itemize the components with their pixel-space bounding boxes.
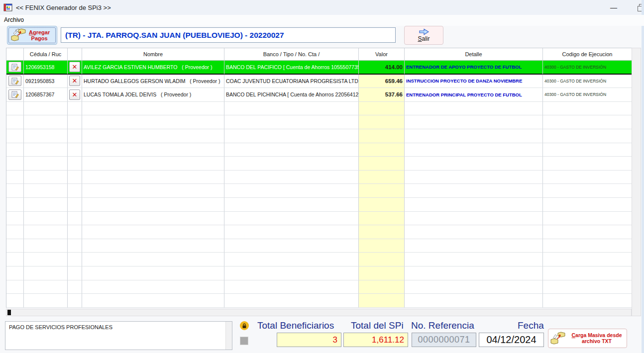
- row-cell-cedula[interactable]: 0921950853: [24, 75, 68, 88]
- grid-horizontal-scrollbar-thumb[interactable]: [7, 310, 11, 315]
- empty-cell: [359, 225, 405, 239]
- row-cell-nombre[interactable]: HURTADO GALLEGOS GERSON WLADIM ( Proveed…: [82, 75, 224, 88]
- column-header: Cédula / Ruc: [24, 48, 68, 61]
- empty-cell: [405, 157, 543, 171]
- row-cell-cedula[interactable]: 1206953158: [24, 61, 68, 75]
- total-spi-value: 1,611.12: [343, 333, 408, 347]
- menu-archivo[interactable]: Archivo: [4, 16, 24, 23]
- empty-cell: [224, 143, 359, 157]
- empty-cell: [68, 102, 82, 116]
- empty-cell: [6, 143, 24, 157]
- concept-scrollbar[interactable]: [225, 322, 232, 350]
- empty-cell: [405, 225, 543, 239]
- row-cell-codigo[interactable]: 40300 - GASTO DE INVERSIÓN: [543, 88, 632, 102]
- empty-cell: [82, 115, 224, 129]
- row-cell-valor[interactable]: 537.66: [359, 88, 405, 102]
- empty-cell: [24, 129, 68, 143]
- row-edit-button[interactable]: [8, 62, 21, 72]
- empty-cell: [24, 225, 68, 239]
- empty-cell: [6, 157, 24, 171]
- add-payments-button[interactable]: Agregar Pagos: [7, 26, 57, 45]
- window-edge: [642, 0, 644, 353]
- empty-cell: [543, 129, 632, 143]
- empty-cell: [82, 225, 224, 239]
- total-beneficiarios-value: 3: [277, 333, 341, 347]
- empty-cell: [24, 280, 68, 294]
- row-edit-button[interactable]: [8, 89, 21, 100]
- empty-cell: [405, 129, 543, 143]
- fecha-input[interactable]: 04/12/2024: [479, 333, 544, 347]
- row-edit-button[interactable]: [8, 76, 21, 86]
- referencia-label: No. Referencia: [411, 320, 474, 331]
- row-cell-detalle[interactable]: ENTRENADOR DE APOYO PROYECTO DE FUTBOL: [405, 61, 543, 75]
- empty-cell: [6, 212, 24, 226]
- total-spi-label: Total del SPi: [351, 320, 404, 331]
- empty-cell: [6, 184, 24, 198]
- row-delete-button[interactable]: ✕: [69, 89, 80, 100]
- empty-cell: [68, 198, 82, 212]
- row-cell-valor[interactable]: 659.46: [359, 75, 405, 88]
- column-header: Nombre: [82, 48, 224, 61]
- row-cell-valor[interactable]: 414.00: [359, 61, 405, 75]
- row-cell-edit: [6, 88, 24, 102]
- empty-cell: [24, 184, 68, 198]
- empty-cell: [224, 253, 359, 266]
- empty-cell: [543, 115, 632, 129]
- row-cell-banco[interactable]: BANCO DEL PACIFICO [ Cuenta de Ahorros 1…: [224, 61, 359, 75]
- empty-cell: [68, 253, 82, 266]
- empty-cell: [405, 184, 543, 198]
- empty-cell: [224, 102, 359, 116]
- lock-icon[interactable]: [240, 321, 249, 330]
- empty-cell: [405, 102, 543, 116]
- empty-cell: [359, 266, 405, 280]
- payment-concept-textarea[interactable]: PAGO DE SERVICIOS PROFESIONALES: [5, 321, 232, 350]
- row-cell-cedula[interactable]: 1206857367: [24, 88, 68, 102]
- empty-cell: [24, 102, 68, 116]
- column-header: Codigo de Ejecucion: [543, 48, 632, 61]
- row-cell-detalle[interactable]: INSTRUCCION PROYECTO DE DANZA NOVIEMBRE: [405, 75, 543, 88]
- row-cell-detalle[interactable]: ENTRENADOR PRINCIPAL PROYECTO DE FUTBOL: [405, 88, 543, 102]
- empty-cell: [82, 157, 224, 171]
- grid-horizontal-scrollbar[interactable]: [6, 309, 632, 316]
- entity-title-field[interactable]: (TR) - JTA. PARROQ.SAN JUAN (PUEBLOVIEJO…: [61, 27, 396, 43]
- gray-checkbox[interactable]: [240, 337, 248, 345]
- empty-cell: [24, 212, 68, 226]
- row-delete-button[interactable]: ✕: [69, 76, 80, 86]
- empty-cell: [405, 280, 543, 294]
- empty-cell: [405, 239, 543, 253]
- minimize-button[interactable]: —: [602, 0, 625, 15]
- empty-cell: [24, 198, 68, 212]
- empty-cell: [405, 294, 543, 308]
- empty-cell: [6, 266, 24, 280]
- empty-cell: [224, 198, 359, 212]
- bulk-load-button[interactable]: Carga Masiva desde archivo TXT: [548, 329, 627, 348]
- empty-cell: [6, 115, 24, 129]
- row-delete-button[interactable]: ✕: [69, 62, 80, 72]
- empty-cell: [359, 212, 405, 226]
- exit-button[interactable]: Salir: [404, 26, 443, 45]
- empty-cell: [68, 129, 82, 143]
- row-cell-nombre[interactable]: LUCAS TOMALA JOEL DEIVIS ( Proveedor ): [82, 88, 224, 102]
- column-header: Detalle: [405, 48, 543, 61]
- empty-cell: [24, 143, 68, 157]
- empty-cell: [543, 198, 632, 212]
- payments-grid: Cédula / RucNombreBanco / Tipo / No. Cta…: [6, 48, 632, 308]
- row-cell-nombre[interactable]: AVILEZ GARCIA ESTIVEN HUMBERTO ( Proveed…: [82, 61, 224, 75]
- fecha-label: Fecha: [518, 320, 544, 331]
- empty-cell: [359, 184, 405, 198]
- empty-cell: [68, 157, 82, 171]
- empty-cell: [82, 280, 224, 294]
- exit-label: Salir: [418, 35, 429, 42]
- row-cell-codigo[interactable]: 40300 - GASTO DE INVERSIÓN: [543, 75, 632, 88]
- app-icon: [3, 3, 12, 12]
- bulk-load-label: Carga Masiva desde archivo TXT: [568, 333, 625, 344]
- empty-cell: [224, 239, 359, 253]
- row-cell-codigo[interactable]: 40300 - GASTO DE INVERSIÓN: [543, 61, 632, 75]
- empty-cell: [405, 253, 543, 266]
- empty-cell: [82, 212, 224, 226]
- grid-vertical-scrollbar[interactable]: [632, 48, 641, 316]
- empty-cell: [68, 143, 82, 157]
- empty-cell: [68, 184, 82, 198]
- row-cell-banco[interactable]: BANCO DEL PICHINCHA [ Cuenta de Ahorros …: [224, 88, 359, 102]
- row-cell-banco[interactable]: COAC JUVENTUD ECUATORIANA PROGRESISTA LT…: [224, 75, 359, 88]
